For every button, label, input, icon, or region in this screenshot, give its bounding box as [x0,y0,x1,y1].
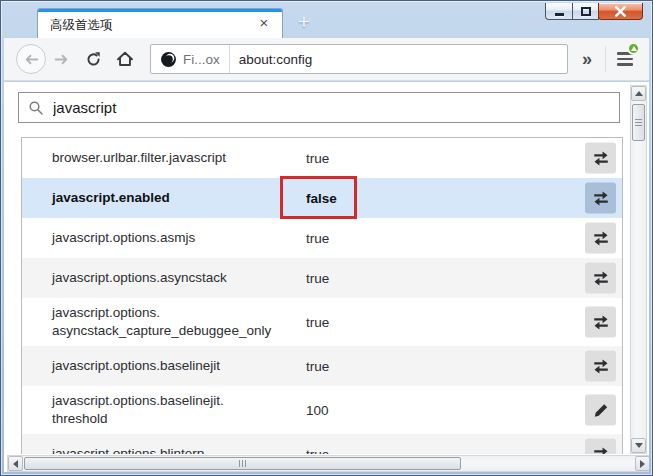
config-search-box[interactable] [18,92,620,123]
arrow-left-icon [13,460,18,468]
pref-value: 100 [306,403,329,418]
toggle-icon [592,313,610,331]
arrow-right-icon [640,460,645,468]
toggle-button[interactable] [585,351,616,382]
forward-button[interactable] [48,46,74,72]
pref-name: javascript.options.baselinejit. threshol… [52,386,304,434]
pref-row[interactable]: javascript.enabled false [22,178,622,218]
vertical-scrollbar-thumb[interactable] [632,104,645,141]
firefox-logo-icon [160,51,177,68]
toggle-icon [592,189,610,207]
arrow-up-icon [635,91,643,96]
pref-value: false [306,191,337,206]
scroll-up-button[interactable] [631,86,646,101]
forward-arrow-icon [53,51,70,68]
titlebar[interactable]: 高级首选项 × + [1,1,652,37]
tab-close-icon[interactable]: × [254,13,274,33]
pref-name: javascript.options.asmjs [52,218,304,258]
edit-pencil-icon [593,402,609,418]
tab-about-config[interactable]: 高级首选项 × [37,8,283,38]
arrow-down-icon [635,443,643,448]
toolbar-separator [605,46,606,72]
new-tab-button[interactable]: + [291,10,317,36]
scroll-down-button[interactable] [631,438,646,453]
site-identity-box[interactable]: Fi...ox [151,45,230,73]
preference-list: browser.urlbar.filter.javascript true ja… [21,137,623,454]
pref-row[interactable]: javascript.options.baselinejit true [22,346,622,386]
pref-value: true [306,315,329,330]
overflow-button[interactable]: » [572,44,602,74]
navigation-toolbar: Fi...ox about:config » [4,37,649,81]
pref-name: javascript.options. asyncstack_capture_d… [52,298,304,346]
back-button[interactable] [16,44,46,74]
toggle-button[interactable] [585,263,616,294]
minimize-button[interactable] [545,3,573,20]
search-icon [28,100,44,116]
close-icon [615,6,626,17]
pref-value: true [306,231,329,246]
home-button[interactable] [112,46,138,72]
update-available-badge-icon [627,42,640,55]
toggle-button[interactable] [585,439,616,455]
restore-button[interactable] [572,3,599,20]
toggle-icon [592,229,610,247]
reload-icon [85,51,102,68]
url-bar[interactable]: Fi...ox about:config [150,44,568,74]
horizontal-scrollbar-thumb[interactable] [24,457,461,470]
pref-row[interactable]: javascript.options.blinterp true [22,434,622,454]
toggle-icon [592,445,610,454]
scroll-right-button[interactable] [635,456,649,471]
active-tab-accent-stripe [38,9,282,12]
pref-name: javascript.enabled [52,178,304,218]
browser-window: 高级首选项 × + [0,0,653,476]
toggle-icon [592,269,610,287]
horizontal-scrollbar[interactable] [7,455,649,472]
pref-name: javascript.options.asyncstack [52,258,304,298]
pref-row[interactable]: javascript.options.asmjs true [22,218,622,258]
pref-name: browser.urlbar.filter.javascript [52,138,304,178]
minimize-icon [555,13,564,16]
vertical-scrollbar[interactable] [630,85,647,454]
toggle-button[interactable] [585,223,616,254]
home-icon [116,50,134,68]
menu-button[interactable] [609,44,641,74]
pref-row[interactable]: browser.urlbar.filter.javascript true [22,138,622,178]
pref-row[interactable]: javascript.options.asyncstack true [22,258,622,298]
window-controls [546,3,643,20]
toggle-button[interactable] [585,183,616,214]
pref-value: true [306,359,329,374]
identity-label: Fi...ox [183,52,220,67]
scroll-left-button[interactable] [8,456,23,471]
edit-button[interactable] [585,395,616,426]
tab-title: 高级首选项 [50,17,113,34]
toggle-icon [592,149,610,167]
pref-value: true [306,271,329,286]
pref-row[interactable]: javascript.options.baselinejit. threshol… [22,386,622,434]
url-text[interactable]: about:config [230,52,313,67]
back-arrow-icon [23,51,40,68]
close-button[interactable] [598,3,643,20]
pref-name: javascript.options.blinterp [52,434,304,454]
pref-name: javascript.options.baselinejit [52,346,304,386]
toggle-icon [592,357,610,375]
about-config-page: browser.urlbar.filter.javascript true ja… [4,82,649,472]
pref-value: true [306,151,329,166]
restore-icon [581,7,591,16]
pref-value: true [306,447,329,455]
search-input[interactable] [53,99,619,116]
toggle-button[interactable] [585,307,616,338]
toggle-button[interactable] [585,143,616,174]
pref-row[interactable]: javascript.options. asyncstack_capture_d… [22,298,622,346]
reload-button[interactable] [80,46,106,72]
